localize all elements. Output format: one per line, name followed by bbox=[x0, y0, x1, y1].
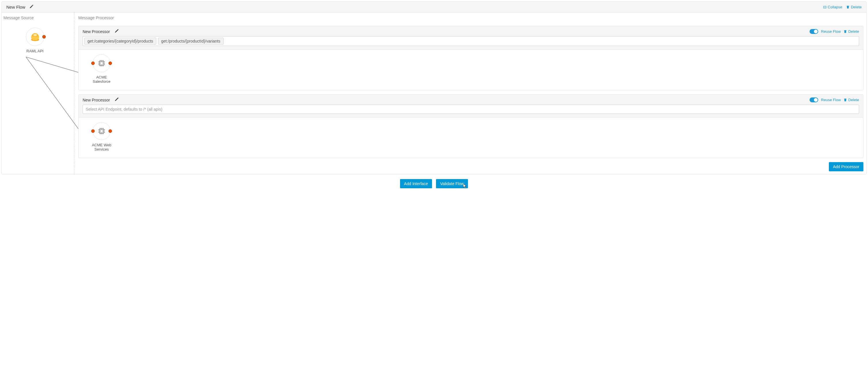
source-node-label: RAML API bbox=[27, 49, 43, 53]
svg-rect-7 bbox=[100, 62, 103, 65]
processor-card: New Processor Reuse Flow Delete bbox=[78, 94, 863, 158]
reuse-flow-label[interactable]: Reuse Flow bbox=[821, 29, 841, 34]
trash-icon bbox=[843, 98, 847, 102]
message-source-title: Message Source bbox=[3, 15, 71, 20]
processor-input-port[interactable] bbox=[91, 62, 95, 65]
validate-flow-button[interactable]: Validate Flow bbox=[436, 179, 468, 188]
api-endpoint-input[interactable]: get:/categories/{categoryId}/products ge… bbox=[83, 36, 859, 46]
processor-card: New Processor Reuse Flow Delete bbox=[78, 26, 863, 90]
trash-icon bbox=[843, 30, 847, 33]
trash-icon bbox=[846, 5, 849, 9]
endpoint-chip[interactable]: get:/products/{productId}/variants bbox=[158, 38, 223, 44]
message-processor-title: Message Processor bbox=[78, 15, 863, 20]
svg-rect-20 bbox=[100, 129, 104, 133]
collapse-icon bbox=[823, 5, 827, 9]
edit-processor-icon[interactable] bbox=[115, 29, 119, 34]
flow-title: New Flow bbox=[6, 5, 25, 9]
delete-processor-button[interactable]: Delete bbox=[843, 98, 859, 102]
processor-output-port[interactable] bbox=[108, 129, 112, 133]
processor-node[interactable]: ACME Salesforce bbox=[87, 54, 116, 84]
edit-processor-icon[interactable] bbox=[115, 98, 119, 102]
source-output-port[interactable] bbox=[42, 35, 46, 38]
processor-title: New Processor bbox=[83, 98, 110, 102]
reuse-flow-label[interactable]: Reuse Flow bbox=[821, 98, 841, 102]
processor-title: New Processor bbox=[83, 29, 110, 34]
processor-input-port[interactable] bbox=[91, 129, 95, 133]
reuse-flow-toggle[interactable] bbox=[810, 29, 818, 34]
reuse-flow-toggle[interactable] bbox=[810, 98, 818, 102]
chip-icon bbox=[97, 127, 106, 135]
svg-rect-6 bbox=[100, 61, 104, 66]
endpoint-chip[interactable]: get:/categories/{categoryId}/products bbox=[84, 38, 156, 44]
processor-node-label: ACME Web Services bbox=[92, 143, 112, 151]
svg-rect-21 bbox=[100, 130, 103, 133]
raml-api-icon bbox=[29, 31, 41, 42]
chip-icon bbox=[97, 59, 106, 68]
processor-node-label: ACME Salesforce bbox=[93, 75, 110, 84]
delete-flow-button[interactable]: Delete bbox=[846, 5, 862, 9]
svg-point-5 bbox=[33, 34, 37, 36]
delete-processor-button[interactable]: Delete bbox=[843, 29, 859, 34]
api-endpoint-input[interactable] bbox=[83, 105, 859, 114]
processor-output-port[interactable] bbox=[108, 62, 112, 65]
add-processor-button[interactable]: Add Processor bbox=[829, 162, 863, 171]
svg-rect-1 bbox=[824, 7, 826, 7]
collapse-button[interactable]: Collapse bbox=[823, 5, 842, 9]
edit-flow-icon[interactable] bbox=[29, 5, 33, 9]
raml-api-node[interactable]: RAML API bbox=[0, 28, 71, 53]
add-interface-button[interactable]: Add Interface bbox=[400, 179, 432, 188]
processor-node[interactable]: ACME Web Services bbox=[87, 122, 116, 151]
